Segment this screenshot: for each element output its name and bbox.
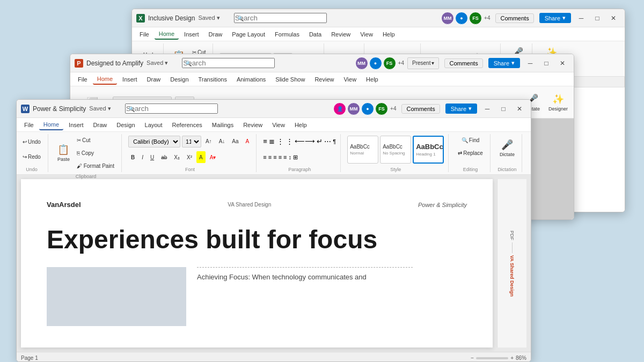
word-close-button[interactable]: ✕ xyxy=(513,102,526,116)
word-paste-btn[interactable]: 📋 Paste xyxy=(55,139,72,167)
excel-menu-view[interactable]: View xyxy=(356,29,377,39)
ppt-menu-transitions[interactable]: Transitions xyxy=(194,75,231,84)
word-undo-btn[interactable]: ↩ Undo xyxy=(20,136,43,147)
word-fontcolor-btn[interactable]: A xyxy=(243,136,252,147)
word-strike-btn[interactable]: ab xyxy=(158,151,170,163)
word-avatar-mm: MM xyxy=(347,102,360,115)
word-menu-review[interactable]: Review xyxy=(239,120,267,130)
word-menu-design[interactable]: Design xyxy=(112,120,139,130)
excel-menu-data[interactable]: Data xyxy=(305,29,326,39)
word-paragraph-group: ≡ ≣ ⋮ ⋮ ⟵⟶ ↵ ⋯ ¶ ≡ ≡ ≡ ≡ ≡ ↕ ⊞ Paragraph xyxy=(263,134,341,172)
word-window: W Power & Simplicity Saved ▾ 👤 MM ● FS +… xyxy=(16,99,531,362)
ppt-menu-view[interactable]: View xyxy=(339,75,361,84)
ppt-menu-design[interactable]: Design xyxy=(166,75,193,84)
word-underline-btn[interactable]: U xyxy=(148,151,157,163)
word-menu-insert[interactable]: Insert xyxy=(64,120,88,130)
excel-comments-button[interactable]: Comments xyxy=(495,13,533,23)
word-editing-group: 🔍 Find ⇄ Replace Editing xyxy=(455,134,491,172)
excel-minimize-button[interactable]: ─ xyxy=(574,11,588,25)
word-comments-button[interactable]: Comments xyxy=(401,104,440,114)
ppt-menu-file[interactable]: File xyxy=(74,75,92,84)
excel-menu-bar: File Home Insert Draw Page Layout Formul… xyxy=(132,27,625,41)
word-menu-help[interactable]: Help xyxy=(290,120,311,130)
ppt-designer-btn[interactable]: ✨ Designer xyxy=(546,89,570,116)
word-status-bar: Page 1 − + 86% xyxy=(17,352,531,362)
excel-menu-help[interactable]: Help xyxy=(378,29,399,39)
ppt-title-bar: P Designed to Amplify Saved ▾ MM ● FS +4… xyxy=(70,54,574,72)
word-highlight-btn[interactable]: A xyxy=(196,151,206,163)
excel-menu-draw[interactable]: Draw xyxy=(204,29,227,39)
word-dictate-btn[interactable]: 🎤 Dictate xyxy=(497,134,517,162)
ppt-menu-insert[interactable]: Insert xyxy=(118,75,142,84)
word-style-heading1[interactable]: AaBbCc Heading 1 xyxy=(413,136,444,164)
excel-search-input[interactable] xyxy=(234,13,327,23)
word-copy-btn[interactable]: ⎘ Copy xyxy=(74,147,117,159)
word-italic-btn[interactable]: I xyxy=(139,151,146,163)
excel-close-button[interactable]: ✕ xyxy=(606,11,620,25)
word-zoom-minus[interactable]: − xyxy=(471,355,474,361)
word-find-btn[interactable]: 🔍 Find xyxy=(459,134,482,146)
word-editor-label: Editor xyxy=(529,165,531,172)
word-menu-view[interactable]: View xyxy=(268,120,289,130)
ppt-menu-slideshow[interactable]: Slide Show xyxy=(271,75,309,84)
word-maximize-button[interactable]: □ xyxy=(496,102,510,116)
word-menu-draw[interactable]: Draw xyxy=(89,120,112,130)
word-cut-btn[interactable]: ✂ Cut xyxy=(74,134,117,146)
word-fontcolor2-btn[interactable]: A▾ xyxy=(207,151,219,163)
excel-menu-home[interactable]: Home xyxy=(155,29,179,40)
word-fontup-btn[interactable]: A↑ xyxy=(203,136,215,147)
word-replace-btn[interactable]: ⇄ Replace xyxy=(455,147,486,159)
excel-menu-pagelayout[interactable]: Page Layout xyxy=(228,29,269,39)
ppt-close-button[interactable]: ✕ xyxy=(555,56,569,70)
ppt-menu-home[interactable]: Home xyxy=(93,74,117,85)
word-menu-file[interactable]: File xyxy=(20,120,38,130)
ppt-menu-help[interactable]: Help xyxy=(362,75,383,84)
ppt-present-button[interactable]: Present ▾ xyxy=(407,57,439,69)
word-search-input[interactable] xyxy=(125,104,218,114)
word-redo-btn[interactable]: ↪ Redo xyxy=(20,151,43,163)
word-bold-btn[interactable]: B xyxy=(128,151,137,163)
ppt-minimize-button[interactable]: ─ xyxy=(523,56,537,70)
ppt-maximize-button[interactable]: □ xyxy=(539,56,553,70)
ppt-menu-review[interactable]: Review xyxy=(310,75,338,84)
word-style-normal[interactable]: AaBbCc Normal xyxy=(347,136,378,164)
excel-menu-review[interactable]: Review xyxy=(327,29,355,39)
ppt-comments-button[interactable]: Comments xyxy=(444,58,482,68)
excel-menu-insert[interactable]: Insert xyxy=(180,29,203,39)
ppt-menu-animations[interactable]: Animations xyxy=(232,75,270,84)
word-spacing-btn: ↕ ⊞ xyxy=(289,154,298,161)
ppt-saved-badge: Saved ▾ xyxy=(147,60,168,67)
word-menu-home[interactable]: Home xyxy=(39,120,63,130)
word-menu-mailings[interactable]: Mailings xyxy=(208,120,238,130)
word-zoom-plus[interactable]: + xyxy=(510,355,514,361)
word-fontcase-btn[interactable]: Aa xyxy=(229,136,241,147)
word-superscript-btn[interactable]: X² xyxy=(184,151,195,163)
word-subscript-btn[interactable]: X₂ xyxy=(171,151,182,163)
word-style-nospacing[interactable]: AaBbCc No Spacing xyxy=(380,136,411,164)
ppt-share-button[interactable]: Share ▾ xyxy=(488,58,520,68)
word-fontdown-btn[interactable]: A↓ xyxy=(216,136,228,147)
excel-title-bar: X Inclusive Design Saved ▾ MM ● FS +4 Co… xyxy=(132,9,625,27)
word-zoom-slider[interactable] xyxy=(476,357,508,359)
word-align2-btns: ≡ ≡ ≡ ≡ ≡ xyxy=(263,154,287,160)
word-editor-group: ✏️ Editor Editor xyxy=(529,134,531,172)
word-avatar-blue: ● xyxy=(361,102,374,115)
word-para-mark: ¶ xyxy=(333,138,336,145)
word-clipboard-label: Clipboard xyxy=(55,172,117,179)
excel-menu-formulas[interactable]: Formulas xyxy=(270,29,304,39)
word-formatpaint-btn[interactable]: 🖌 Format Paint xyxy=(74,160,117,172)
word-editor-btn[interactable]: ✏️ Editor xyxy=(529,134,531,162)
excel-share-button[interactable]: Share ▾ xyxy=(539,13,571,23)
word-menu-layout[interactable]: Layout xyxy=(141,120,167,130)
excel-menu-file[interactable]: File xyxy=(135,29,153,39)
word-menu-references[interactable]: References xyxy=(168,120,207,130)
excel-maximize-button[interactable]: □ xyxy=(590,11,604,25)
word-share-button[interactable]: Share ▾ xyxy=(445,104,477,114)
word-minimize-button[interactable]: ─ xyxy=(480,102,494,116)
ppt-title: Designed to Amplify xyxy=(86,60,143,67)
word-plus-badge: +4 xyxy=(390,106,396,112)
word-font-select[interactable]: Calibri (Body) xyxy=(128,136,180,147)
ppt-menu-draw[interactable]: Draw xyxy=(143,75,165,84)
ppt-search-input[interactable] xyxy=(182,58,275,68)
word-fontsize-select[interactable]: 11 xyxy=(182,136,201,147)
